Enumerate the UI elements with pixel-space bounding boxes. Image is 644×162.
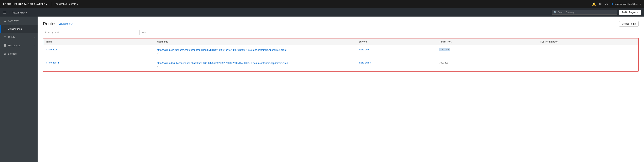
layout: ⊙ Overview ⬡ Applications › ⬡ Builds › ☰…	[0, 16, 644, 162]
sidebar-item-resources-label: Resources	[8, 44, 20, 47]
top-nav-right: 🔔 ⊞ ?▾ 👤 IAM#mahsankhan@ibm... ▾	[592, 2, 641, 6]
row2-hostname-link[interactable]: http://micro-admin-kabanero.pak-ahsankha…	[157, 61, 353, 65]
learn-more-link[interactable]: Learn More ↗	[59, 22, 73, 25]
filter-add-button[interactable]: Add	[139, 30, 149, 35]
user-menu-button[interactable]: 👤 IAM#mahsankhan@ibm... ▾	[611, 3, 641, 5]
add-to-project-chevron-icon: ▾	[637, 11, 638, 14]
secondary-nav-right: 🔍 Add to Project ▾	[552, 10, 641, 15]
add-to-project-button[interactable]: Add to Project ▾	[619, 10, 641, 15]
row2-ext-icon: ↗	[157, 65, 158, 67]
page-header: Routes Learn More ↗ Create Route	[43, 21, 638, 26]
row2-service-link[interactable]: micro-admin	[358, 61, 371, 64]
applications-chevron-icon: ›	[34, 28, 34, 30]
resources-icon: ☰	[4, 44, 6, 47]
sidebar-item-builds-label: Builds	[8, 36, 15, 39]
learn-more-label: Learn More	[59, 22, 70, 25]
sidebar-item-resources[interactable]: ☰ Resources ›	[0, 41, 38, 50]
app-console-label: Application Console	[56, 3, 76, 5]
page-title: Routes	[43, 21, 56, 26]
help-icon: ?▾	[605, 2, 608, 6]
row2-target-port-cell: 3000-tcp	[437, 58, 538, 71]
applications-icon: ⬡	[4, 27, 6, 31]
sidebar: ⊙ Overview ⬡ Applications › ⬡ Builds › ☰…	[0, 16, 38, 162]
row2-target-port-value: 3000-tcp	[439, 61, 448, 64]
col-header-hostname: Hostname	[154, 38, 356, 45]
secondary-nav: ☰ kabanero ▾ 🔍 Add to Project ▾	[0, 8, 644, 16]
resources-chevron-icon: ›	[34, 44, 34, 47]
row1-hostname-cell: http://micro-user-kabanero.pak-ahsankhan…	[154, 45, 356, 58]
app-console-chevron: ▾	[77, 3, 78, 5]
col-header-tls-termination: TLS Termination	[538, 38, 638, 45]
storage-icon: ⬙	[4, 52, 6, 56]
table-row: micro-user http://micro-user-kabanero.pa…	[43, 45, 638, 58]
row1-name-link[interactable]: micro-user	[46, 48, 57, 51]
row1-service-link[interactable]: micro-user	[358, 48, 370, 51]
routes-table-wrapper: Name Hostname Service Target Port TLS Te…	[43, 38, 638, 72]
create-route-label: Create Route	[622, 22, 636, 25]
filter-bar: Add	[43, 30, 638, 35]
create-route-button[interactable]: Create Route	[619, 21, 638, 26]
page-title-area: Routes Learn More ↗	[43, 21, 73, 26]
sidebar-item-storage[interactable]: ⬙ Storage	[0, 50, 38, 58]
brand-platform: CONTAINER PLATFORM	[18, 3, 48, 5]
add-to-project-label: Add to Project	[622, 11, 636, 14]
sidebar-item-applications-label: Applications	[8, 27, 22, 30]
col-header-name: Name	[43, 38, 154, 45]
row2-name-cell: micro-admin	[43, 58, 154, 71]
col-header-service: Service	[356, 38, 437, 45]
user-avatar-icon: 👤	[611, 3, 614, 5]
grid-icon: ⊞	[599, 2, 602, 6]
project-name: kabanero	[12, 11, 25, 14]
notifications-button[interactable]: 🔔	[592, 2, 596, 6]
search-catalog-input[interactable]	[558, 11, 615, 14]
col-header-target-port: Target Port	[437, 38, 538, 45]
hamburger-button[interactable]: ☰	[3, 10, 6, 14]
row1-service-cell: micro-user	[356, 45, 437, 58]
row1-target-port-cell: 3000-tcp	[437, 45, 538, 58]
grid-menu-button[interactable]: ⊞	[599, 2, 602, 6]
table-body: micro-user http://micro-user-kabanero.pa…	[43, 45, 638, 71]
bell-icon: 🔔	[592, 2, 596, 6]
app-console-button[interactable]: Application Console ▾	[56, 3, 78, 5]
row1-name-cell: micro-user	[43, 45, 154, 58]
row2-service-cell: micro-admin	[356, 58, 437, 71]
sidebar-item-overview[interactable]: ⊙ Overview	[0, 16, 38, 25]
brand-openshift: OPENSHIFT	[3, 3, 18, 5]
row2-name-link[interactable]: micro-admin	[46, 61, 59, 64]
row1-ext-icon: ↗	[157, 52, 158, 54]
row2-hostname-cell: http://micro-admin-kabanero.pak-ahsankha…	[154, 58, 356, 71]
table-header: Name Hostname Service Target Port TLS Te…	[43, 38, 638, 45]
row1-tls-cell	[538, 45, 638, 58]
top-nav: OPENSHIFT CONTAINER PLATFORM Application…	[0, 0, 644, 8]
external-link-icon: ↗	[71, 23, 73, 25]
filter-input[interactable]	[43, 30, 139, 35]
main-content: Routes Learn More ↗ Create Route Add	[38, 16, 644, 162]
search-catalog-input-area: 🔍	[552, 10, 617, 15]
sidebar-item-applications[interactable]: ⬡ Applications ›	[0, 25, 38, 33]
row1-hostname-link[interactable]: http://micro-user-kabanero.pak-ahsankhan…	[157, 48, 353, 52]
row1-target-port-badge: 3000-tcp	[439, 48, 450, 51]
search-icon: 🔍	[554, 11, 557, 14]
routes-table: Name Hostname Service Target Port TLS Te…	[43, 38, 638, 71]
sidebar-item-storage-label: Storage	[8, 52, 17, 55]
row2-tls-cell	[538, 58, 638, 71]
overview-icon: ⊙	[4, 19, 6, 22]
filter-add-label: Add	[142, 31, 146, 34]
user-chevron-icon: ▾	[640, 3, 641, 5]
help-button[interactable]: ?▾	[605, 2, 608, 6]
user-label: IAM#mahsankhan@ibm...	[614, 3, 639, 5]
project-chevron-icon: ▾	[26, 11, 27, 14]
sidebar-item-builds[interactable]: ⬡ Builds ›	[0, 33, 38, 41]
builds-chevron-icon: ›	[34, 36, 34, 38]
builds-icon: ⬡	[4, 35, 6, 39]
brand-logo: OPENSHIFT CONTAINER PLATFORM	[3, 3, 48, 5]
sidebar-item-overview-label: Overview	[8, 19, 18, 22]
project-selector[interactable]: kabanero ▾	[10, 11, 27, 14]
table-row: micro-admin http://micro-admin-kabanero.…	[43, 58, 638, 71]
